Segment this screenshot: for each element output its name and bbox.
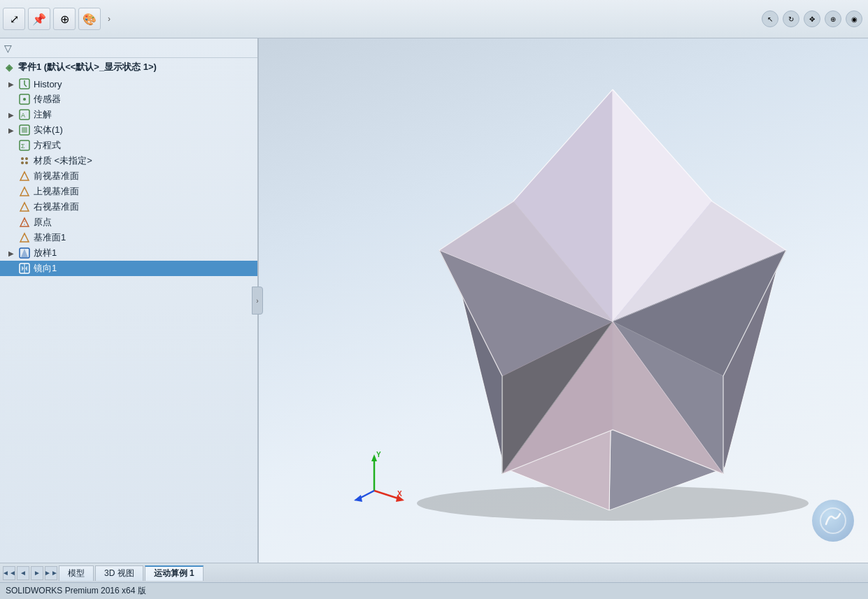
status-bar: SOLIDWORKS Premium 2016 x64 版 bbox=[0, 582, 868, 599]
origin-icon bbox=[18, 216, 31, 229]
svg-marker-17 bbox=[20, 187, 29, 196]
front-plane-icon bbox=[18, 170, 31, 182]
tree-item-solid[interactable]: ▶ 实体(1) bbox=[0, 122, 257, 138]
color-icon[interactable]: 🎨 bbox=[78, 8, 101, 30]
top-plane-label: 上视基准面 bbox=[34, 185, 79, 198]
tab-3d-view[interactable]: 3D 视图 bbox=[95, 565, 143, 581]
top-right-icons: ↖ ↻ ✥ ⊕ ◉ bbox=[762, 10, 862, 27]
tree-item-top-plane[interactable]: 上视基准面 bbox=[0, 184, 257, 199]
view-icon[interactable]: ◉ bbox=[846, 10, 862, 27]
svg-text:A: A bbox=[21, 112, 25, 119]
expand-arrow-loft: ▶ bbox=[8, 250, 18, 257]
tab-model[interactable]: 模型 bbox=[59, 565, 94, 581]
base-plane-icon bbox=[18, 231, 31, 244]
toolbar-icons: ⤢ 📌 ⊕ 🎨 › bbox=[3, 8, 115, 30]
svg-line-2 bbox=[24, 85, 27, 87]
note-label: 注解 bbox=[34, 108, 52, 121]
tab-3d-view-label: 3D 视图 bbox=[104, 568, 134, 579]
rotate-icon[interactable]: ↻ bbox=[783, 10, 799, 27]
solidworks-logo bbox=[812, 500, 854, 542]
pan-icon[interactable]: ✥ bbox=[804, 10, 820, 27]
right-plane-icon bbox=[18, 201, 31, 213]
filter-icon[interactable]: ▽ bbox=[4, 43, 12, 54]
svg-marker-26 bbox=[22, 266, 24, 271]
tab-nav-last[interactable]: ►► bbox=[45, 566, 57, 580]
top-toolbar: ⤢ 📌 ⊕ 🎨 › ↖ ↻ ✥ ⊕ ◉ bbox=[0, 0, 868, 38]
tree-item-sensor[interactable]: 传感器 bbox=[0, 92, 257, 107]
expand-arrow-history: ▶ bbox=[8, 80, 18, 88]
toolbar-expand[interactable]: › bbox=[104, 8, 115, 30]
target-icon[interactable]: ⊕ bbox=[53, 8, 76, 30]
svg-point-14 bbox=[25, 161, 28, 164]
tree-item-material[interactable]: 材质 <未指定> bbox=[0, 153, 257, 168]
loft-icon bbox=[18, 247, 31, 259]
origin-label: 原点 bbox=[34, 216, 52, 229]
svg-point-11 bbox=[21, 157, 24, 160]
svg-marker-18 bbox=[20, 203, 29, 211]
tab-nav-first[interactable]: ◄◄ bbox=[3, 566, 15, 580]
main-area: ▽ ◈ 零件1 (默认<<默认>_显示状态 1>) ▶ History 传感器 bbox=[0, 38, 868, 563]
sensor-label: 传感器 bbox=[34, 93, 61, 106]
panel-collapse-handle[interactable]: › bbox=[252, 287, 263, 315]
mirror-icon bbox=[18, 262, 31, 275]
tree-item-history[interactable]: ▶ History bbox=[0, 76, 257, 92]
svg-marker-15 bbox=[20, 172, 29, 180]
tab-nav-next[interactable]: ► bbox=[31, 566, 43, 580]
svg-text:Y: Y bbox=[376, 451, 381, 459]
solid-icon bbox=[18, 124, 31, 136]
svg-marker-21 bbox=[20, 233, 29, 242]
status-text: SOLIDWORKS Premium 2016 x64 版 bbox=[6, 585, 146, 597]
svg-point-67 bbox=[820, 508, 846, 533]
part-title: 零件1 (默认<<默认>_显示状态 1>) bbox=[18, 61, 157, 73]
svg-point-12 bbox=[25, 157, 28, 160]
tree-item-right-plane[interactable]: 右视基准面 bbox=[0, 199, 257, 215]
left-panel: ▽ ◈ 零件1 (默认<<默认>_显示状态 1>) ▶ History 传感器 bbox=[0, 38, 259, 563]
pin-icon[interactable]: 📌 bbox=[28, 8, 50, 30]
tab-model-label: 模型 bbox=[68, 568, 85, 579]
cursor-icon[interactable]: ↖ bbox=[762, 10, 778, 27]
zoom-icon[interactable]: ⊕ bbox=[825, 10, 841, 27]
expand-arrow-solid: ▶ bbox=[8, 127, 18, 134]
tree-item-mirror[interactable]: 镜向1 bbox=[0, 261, 257, 276]
svg-marker-66 bbox=[354, 495, 362, 502]
svg-point-13 bbox=[21, 161, 24, 164]
equation-icon: Σ bbox=[18, 139, 31, 152]
tree-items: ▶ History 传感器 ▶ A 注解 bbox=[0, 76, 257, 563]
tab-motion[interactable]: 运动算例 1 bbox=[145, 565, 204, 581]
svg-marker-27 bbox=[25, 266, 27, 271]
bottom-tabs: ◄◄ ◄ ► ►► 模型 3D 视图 运动算例 1 bbox=[0, 563, 868, 582]
viewport[interactable]: Y X bbox=[259, 38, 868, 563]
tree-item-origin[interactable]: 原点 bbox=[0, 215, 257, 230]
solid-label: 实体(1) bbox=[34, 124, 63, 136]
top-plane-icon bbox=[18, 185, 31, 198]
move-icon[interactable]: ⤢ bbox=[3, 8, 25, 30]
note-icon: A bbox=[18, 108, 31, 121]
right-plane-label: 右视基准面 bbox=[34, 201, 79, 213]
svg-text:Σ: Σ bbox=[21, 143, 25, 150]
history-icon bbox=[18, 78, 31, 90]
tree-item-equation[interactable]: Σ 方程式 bbox=[0, 138, 257, 153]
mirror-label: 镜向1 bbox=[34, 262, 57, 275]
sensor-icon bbox=[18, 93, 31, 106]
tab-nav-prev[interactable]: ◄ bbox=[17, 566, 29, 580]
axis-indicator: Y X bbox=[350, 449, 406, 507]
svg-line-16 bbox=[20, 172, 24, 180]
tree-item-loft[interactable]: ▶ 放样1 bbox=[0, 245, 257, 261]
material-label: 材质 <未指定> bbox=[34, 154, 92, 167]
svg-line-62 bbox=[374, 491, 400, 499]
tree-item-front-plane[interactable]: 前视基准面 bbox=[0, 168, 257, 184]
material-icon bbox=[18, 154, 31, 167]
filter-bar: ▽ bbox=[0, 38, 257, 58]
loft-label: 放样1 bbox=[34, 247, 57, 259]
tree-header: ◈ 零件1 (默认<<默认>_显示状态 1>) bbox=[0, 58, 257, 76]
svg-marker-23 bbox=[21, 249, 28, 257]
part-icon: ◈ bbox=[6, 62, 13, 73]
front-plane-label: 前视基准面 bbox=[34, 170, 79, 182]
svg-point-4 bbox=[23, 98, 26, 101]
tree-item-base-plane[interactable]: 基准面1 bbox=[0, 230, 257, 245]
expand-arrow-note: ▶ bbox=[8, 111, 18, 119]
tree-item-note[interactable]: ▶ A 注解 bbox=[0, 107, 257, 122]
tab-motion-label: 运动算例 1 bbox=[154, 568, 194, 579]
history-label: History bbox=[34, 79, 62, 89]
base-plane-label: 基准面1 bbox=[34, 231, 66, 244]
